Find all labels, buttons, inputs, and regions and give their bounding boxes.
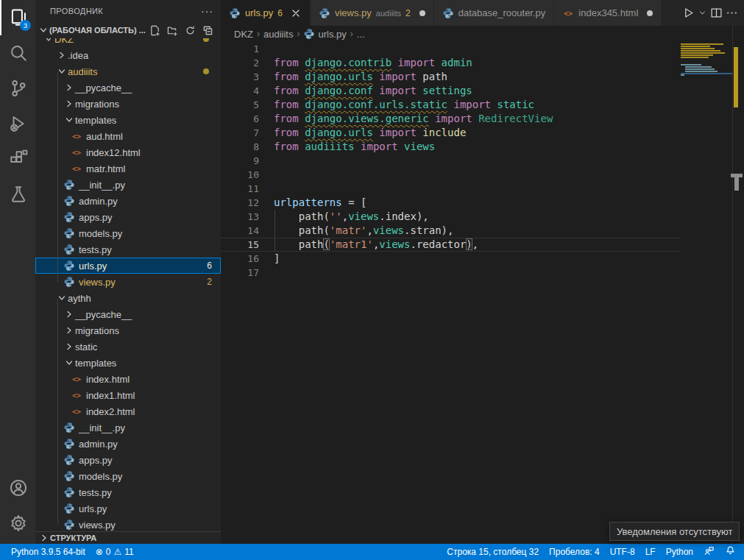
tree-item-models-py[interactable]: models.py xyxy=(35,468,221,484)
tab-views-py[interactable]: views.pyaudiiits2 xyxy=(311,0,434,26)
line-number[interactable]: 13 xyxy=(221,210,259,224)
activity-item-search[interactable] xyxy=(0,35,35,71)
notifications-bell-button[interactable] xyxy=(720,544,741,560)
status-python-version[interactable]: Python 3.9.5 64-bit xyxy=(6,544,91,560)
activity-item-explorer[interactable]: 3 xyxy=(0,0,35,35)
line-number[interactable]: 2 xyxy=(221,56,259,70)
tab-index345-html[interactable]: <>index345.html xyxy=(554,0,662,26)
outline-section-header[interactable]: СТРУКТУРА xyxy=(35,531,221,544)
code-line-16[interactable]: 16] xyxy=(221,252,681,266)
code-line-6[interactable]: 6from django.views.generic import Redire… xyxy=(221,112,681,126)
tree-item-aud-html[interactable]: <>aud.html xyxy=(35,128,221,144)
status-language[interactable]: Python xyxy=(661,544,698,560)
tree-item-aythh[interactable]: aythh xyxy=(35,290,221,306)
line-number[interactable]: 8 xyxy=(221,140,259,154)
more-actions-button[interactable] xyxy=(726,7,738,19)
breadcrumb-item[interactable]: ... xyxy=(357,29,365,40)
activity-item-source-control[interactable] xyxy=(0,71,35,106)
activity-item-account[interactable] xyxy=(0,470,35,506)
line-number[interactable]: 10 xyxy=(221,168,259,182)
tree-item-apps-py[interactable]: apps.py xyxy=(35,452,221,468)
tree-item-apps-py[interactable]: apps.py xyxy=(35,209,221,225)
breadcrumb-item[interactable]: audiiits xyxy=(263,29,293,40)
tree-item--idea[interactable]: .idea xyxy=(35,47,221,63)
tree-item-migrations[interactable]: migrations xyxy=(35,96,221,112)
tree-item--init-py[interactable]: __init__.py xyxy=(35,419,221,436)
tree-item-dkz[interactable]: DKZ xyxy=(35,38,221,47)
tree-item-audiiits[interactable]: audiiits xyxy=(35,63,221,79)
line-number[interactable]: 12 xyxy=(221,196,259,210)
code-line-4[interactable]: 4from django.conf import settings xyxy=(221,84,681,98)
code-line-2[interactable]: 2from django.contrib import admin xyxy=(221,56,681,70)
dirty-dot-icon[interactable] xyxy=(647,10,653,16)
tree-item-urls-py[interactable]: urls.py6 xyxy=(35,258,221,274)
run-dropdown-button[interactable] xyxy=(698,8,707,18)
status-cursor-position[interactable]: Строка 15, столбец 32 xyxy=(442,544,544,560)
tree-item-templates[interactable]: templates xyxy=(35,112,221,128)
tree-item-admin-py[interactable]: admin.py xyxy=(35,193,221,209)
tree-item-urls-py[interactable]: urls.py xyxy=(35,500,221,517)
workspace-section-header[interactable]: (РАБОЧАЯ ОБЛАСТЬ) ... xyxy=(35,22,221,38)
line-number[interactable]: 5 xyxy=(221,98,259,112)
code-line-9[interactable]: 9 xyxy=(221,154,681,168)
code-line-5[interactable]: 5from django.conf.urls.static import sta… xyxy=(221,98,681,112)
line-number[interactable]: 1 xyxy=(221,42,259,56)
collapse-all-icon[interactable] xyxy=(202,25,213,36)
code-line-3[interactable]: 3from django.urls import path xyxy=(221,70,681,84)
activity-item-extensions[interactable] xyxy=(0,141,35,177)
code-line-7[interactable]: 7from django.urls import include xyxy=(221,126,681,140)
refresh-icon[interactable] xyxy=(185,25,196,36)
tree-item-index2-html[interactable]: <>index2.html xyxy=(35,403,221,419)
status-encoding[interactable]: UTF-8 xyxy=(605,544,640,560)
line-number[interactable]: 6 xyxy=(221,112,259,126)
line-number[interactable]: 9 xyxy=(221,154,259,168)
activity-item-settings[interactable] xyxy=(0,506,35,541)
run-button[interactable] xyxy=(682,7,695,19)
tree-item-tests-py[interactable]: tests.py xyxy=(35,484,221,500)
code-line-1[interactable]: 1 xyxy=(221,42,681,56)
status-indentation[interactable]: Пробелов: 4 xyxy=(544,544,605,560)
dirty-dot-icon[interactable] xyxy=(419,10,425,16)
close-icon[interactable] xyxy=(290,7,302,19)
tree-item-views-py[interactable]: views.py xyxy=(35,517,221,531)
sidebar-more-actions-icon[interactable]: ··· xyxy=(201,5,213,17)
tree-item--init-py[interactable]: __init__.py xyxy=(35,177,221,193)
tree-item--pycache-[interactable]: __pycache__ xyxy=(35,306,221,322)
activity-item-testing[interactable] xyxy=(0,177,35,212)
new-file-icon[interactable] xyxy=(149,25,160,36)
new-folder-icon[interactable] xyxy=(167,25,178,36)
code-line-15[interactable]: 15 path('matr1',views.redactor), xyxy=(221,238,681,252)
line-number[interactable]: 4 xyxy=(221,84,259,98)
line-number[interactable]: 16 xyxy=(221,252,259,266)
code-line-12[interactable]: 12urlpatterns = [ xyxy=(221,196,681,210)
tree-item-index12-html[interactable]: <>index12.html xyxy=(35,144,221,160)
line-number[interactable]: 3 xyxy=(221,70,259,84)
tree-item-static[interactable]: static xyxy=(35,339,221,355)
status-eol[interactable]: LF xyxy=(640,544,661,560)
tab-database-roouter-py[interactable]: database_roouter.py xyxy=(434,0,555,26)
tree-item-index1-html[interactable]: <>index1.html xyxy=(35,387,221,403)
tree-item-views-py[interactable]: views.py2 xyxy=(35,274,221,290)
split-editor-button[interactable] xyxy=(710,7,723,19)
code-line-8[interactable]: 8from audiiits import views xyxy=(221,140,681,154)
tree-item-templates[interactable]: templates xyxy=(35,355,221,371)
tree-item-models-py[interactable]: models.py xyxy=(35,225,221,241)
feedback-button[interactable] xyxy=(698,544,720,560)
code-line-11[interactable]: 11 xyxy=(221,182,681,196)
line-number[interactable]: 17 xyxy=(221,266,259,280)
tree-item-tests-py[interactable]: tests.py xyxy=(35,241,221,258)
status-problems[interactable]: ⊗0⚠11 xyxy=(91,544,139,560)
activity-item-run-debug[interactable] xyxy=(0,106,35,141)
tree-item-matr-html[interactable]: <>matr.html xyxy=(35,160,221,177)
breadcrumb-item[interactable]: urls.py xyxy=(318,29,346,40)
line-number[interactable]: 7 xyxy=(221,126,259,140)
breadcrumb-item[interactable]: DKZ xyxy=(234,29,253,40)
minimap[interactable] xyxy=(681,42,732,544)
tree-item-admin-py[interactable]: admin.py xyxy=(35,436,221,452)
code-line-14[interactable]: 14 path('matr',views.stran), xyxy=(221,224,681,238)
code-editor[interactable]: 12from django.contrib import admin3from … xyxy=(221,42,681,280)
line-number[interactable]: 14 xyxy=(221,224,259,238)
line-number[interactable]: 15 xyxy=(221,238,259,252)
line-number[interactable]: 11 xyxy=(221,182,259,196)
tab-urls-py[interactable]: urls.py6 xyxy=(221,0,311,26)
